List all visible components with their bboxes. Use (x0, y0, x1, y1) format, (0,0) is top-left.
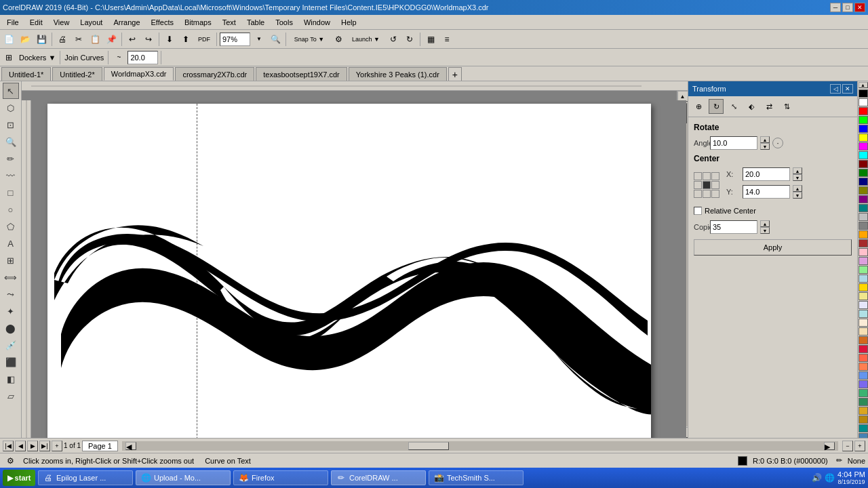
align-button[interactable]: ▦ (423, 32, 438, 47)
color-swatch-35[interactable] (859, 398, 868, 406)
angle-input[interactable] (710, 136, 757, 150)
taskbar-app-epilog[interactable]: 🖨 Epilog Laser ... (38, 470, 133, 485)
menu-item-file[interactable]: File (1, 17, 24, 28)
menu-item-view[interactable]: View (48, 17, 75, 28)
panel-close-button[interactable]: ✕ (842, 84, 853, 94)
center-dot-mm[interactable] (703, 181, 711, 189)
color-swatch-17[interactable] (859, 239, 868, 247)
color-swatch-19[interactable] (859, 257, 868, 265)
interactive-fill-tool[interactable]: ⬛ (3, 354, 19, 370)
color-swatch-8[interactable] (859, 160, 868, 168)
distribute-button[interactable]: ≡ (439, 32, 454, 47)
dimension-tool[interactable]: ⟺ (3, 269, 19, 285)
center-dot-ml[interactable] (694, 181, 702, 189)
new-button[interactable]: 📄 (1, 32, 16, 47)
horizontal-scrollbar[interactable]: ◀ ▶ (122, 441, 838, 451)
color-swatch-5[interactable] (859, 134, 868, 142)
menu-item-tools[interactable]: Tools (270, 17, 298, 28)
transform-rotate-icon[interactable]: ↻ (709, 99, 724, 114)
menu-item-edit[interactable]: Edit (24, 17, 48, 28)
menu-item-bitmaps[interactable]: Bitmaps (179, 17, 217, 28)
color-swatch-11[interactable] (859, 186, 868, 195)
canvas-area[interactable]: ▲ ▼ (22, 81, 688, 438)
angle-dial[interactable]: · (772, 138, 783, 148)
freehand-tool[interactable]: ✏ (3, 150, 19, 167)
color-swatch-32[interactable] (859, 371, 868, 380)
tab-1[interactable]: Untitled-2* (52, 67, 102, 81)
color-swatch-36[interactable] (859, 407, 868, 415)
color-swatch-23[interactable] (859, 292, 868, 300)
page-last-button[interactable]: ▶| (39, 441, 50, 451)
undo-button[interactable]: ↩ (125, 32, 140, 47)
color-swatch-21[interactable] (859, 274, 868, 283)
center-dot-mr[interactable] (711, 181, 719, 189)
taskbar-app-upload[interactable]: 🌐 Upload - Mo... (136, 470, 231, 485)
connector-tool[interactable]: ⤳ (3, 286, 19, 302)
color-swatch-1[interactable] (859, 98, 868, 106)
menu-item-help[interactable]: Help (336, 17, 362, 28)
color-swatch-18[interactable] (859, 248, 868, 256)
center-dot-bm[interactable] (703, 190, 711, 198)
export-button[interactable]: ⬆ (178, 32, 193, 47)
color-swatch-3[interactable] (859, 116, 868, 124)
copies-down-button[interactable]: ▼ (760, 227, 770, 234)
transform-skew-icon[interactable]: ⬖ (744, 99, 759, 114)
color-swatch-37[interactable] (859, 415, 868, 424)
color-swatch-4[interactable] (859, 125, 868, 133)
taskbar-app-coreldraw[interactable]: ✏ CorelDRAW ... (331, 470, 426, 485)
color-swatch-27[interactable] (859, 327, 868, 336)
x-up-button[interactable]: ▲ (793, 167, 802, 174)
angle-up-button[interactable]: ▲ (760, 136, 770, 143)
page-add-button[interactable]: + (52, 441, 62, 451)
maximize-button[interactable]: □ (842, 3, 853, 12)
y-input[interactable] (743, 185, 790, 199)
color-swatch-31[interactable] (859, 363, 868, 371)
page-tab[interactable]: Page 1 (82, 441, 118, 451)
zoom-out-page[interactable]: − (842, 441, 853, 451)
pdf-button[interactable]: PDF (195, 32, 214, 47)
page-next-button[interactable]: ▶ (27, 441, 38, 451)
color-swatch-2[interactable] (859, 107, 868, 115)
hscroll-left-button[interactable]: ◀ (125, 442, 136, 450)
shape-tool[interactable]: ⬡ (3, 100, 19, 116)
print-button[interactable]: 🖨 (55, 32, 70, 47)
color-swatch-26[interactable] (859, 319, 868, 327)
color-swatch-38[interactable] (859, 424, 868, 432)
menu-item-effects[interactable]: Effects (146, 17, 179, 28)
outline-tool[interactable]: ▱ (3, 388, 19, 404)
taskbar-app-firefox[interactable]: 🦊 Firefox (233, 470, 328, 485)
copy-button[interactable]: 📋 (87, 32, 102, 47)
color-swatch-30[interactable] (859, 354, 868, 362)
zoom-dropdown[interactable]: ▼ (252, 32, 267, 47)
menu-item-layout[interactable]: Layout (75, 17, 108, 28)
page-prev-button[interactable]: ◀ (15, 441, 26, 451)
blend-tool[interactable]: ⬤ (3, 320, 19, 336)
color-swatch-0[interactable] (859, 89, 868, 98)
zoom-input[interactable] (220, 33, 250, 46)
smart-fill-tool[interactable]: ◧ (3, 371, 19, 387)
transform-flip-v-icon[interactable]: ⇅ (779, 99, 794, 114)
status-settings-icon[interactable]: ⚙ (3, 453, 18, 468)
zoom-in-page[interactable]: + (854, 441, 865, 451)
rect-tool[interactable]: □ (3, 184, 19, 201)
effects-tool[interactable]: ✦ (3, 303, 19, 319)
transform-move-icon[interactable]: ⊕ (691, 99, 706, 114)
transform-scale-icon[interactable]: ⤡ (726, 99, 741, 114)
color-swatch-6[interactable] (859, 142, 868, 150)
taskbar-app-techsmith[interactable]: 📸 TechSmith S... (429, 470, 524, 485)
color-swatch-13[interactable] (859, 204, 868, 212)
palette-scroll-up[interactable]: ▲ (859, 82, 868, 88)
color-swatch-16[interactable] (859, 230, 868, 239)
launch-button[interactable]: Launch ▼ (347, 32, 384, 47)
center-dot-br[interactable] (711, 190, 719, 198)
tool1-button[interactable]: ↺ (386, 32, 401, 47)
open-button[interactable]: 📂 (18, 32, 33, 47)
y-down-button[interactable]: ▼ (793, 192, 802, 199)
smart-draw-tool[interactable]: 〰 (3, 167, 19, 184)
color-swatch-29[interactable] (859, 345, 868, 353)
tab-5[interactable]: Yorkshire 3 Peaks (1).cdr (349, 67, 447, 81)
color-swatch-12[interactable] (859, 195, 868, 203)
copies-up-button[interactable]: ▲ (760, 220, 770, 227)
select-tool[interactable]: ↖ (3, 83, 19, 99)
menu-item-arrange[interactable]: Arrange (108, 17, 145, 28)
